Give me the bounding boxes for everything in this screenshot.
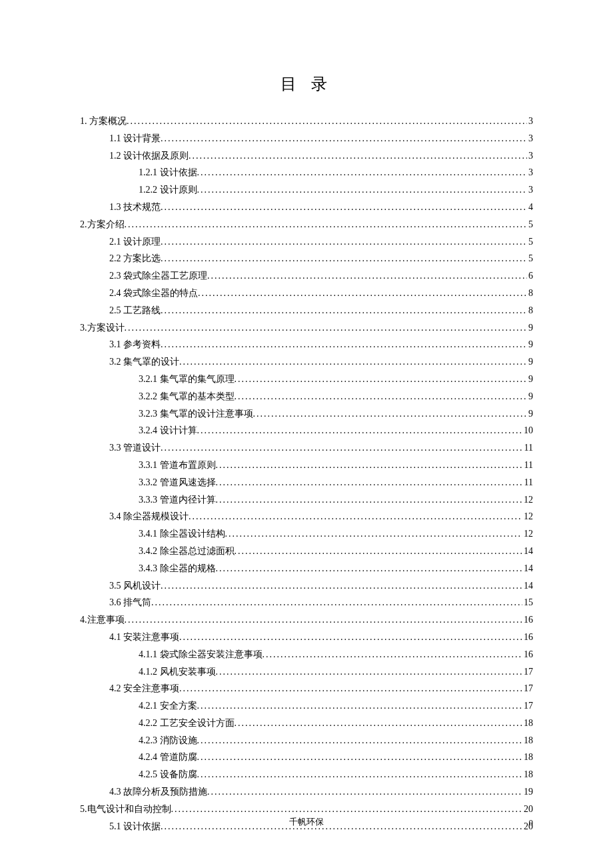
toc-entry-label: 4.3 故障分析及预防措施 bbox=[109, 784, 207, 800]
toc-entry: 4.2.1 安全方案17 bbox=[80, 698, 533, 714]
toc-entry-label: 3.5 风机设计 bbox=[109, 578, 161, 594]
toc-entry-page: 17 bbox=[522, 664, 533, 680]
toc-entry: 3.3 管道设计11 bbox=[80, 440, 533, 456]
toc-leader-dots bbox=[161, 440, 523, 456]
toc-entry-page: 10 bbox=[522, 423, 533, 439]
toc-entry-page: 18 bbox=[522, 733, 533, 749]
toc-entry-label: 3.方案设计 bbox=[80, 320, 125, 336]
toc-entry: 4.2.5 设备防腐18 bbox=[80, 767, 533, 783]
toc-entry-label: 3.3.1 管道布置原则 bbox=[139, 457, 216, 473]
toc-entry: 2.5 工艺路线8 bbox=[80, 303, 533, 319]
toc-entry-label: 5.电气设计和自动控制 bbox=[80, 801, 171, 817]
toc-entry: 3.3.3 管道内径计算12 bbox=[80, 492, 533, 508]
toc-entry-page: 5 bbox=[527, 251, 533, 267]
toc-entry: 1.2 设计依据及原则3 bbox=[80, 148, 533, 164]
toc-leader-dots bbox=[197, 182, 528, 198]
toc-entry-label: 1.2.2 设计原则 bbox=[139, 182, 197, 198]
toc-leader-dots bbox=[127, 113, 527, 129]
toc-entry: 3.4.2 除尘器总过滤面积14 bbox=[80, 543, 533, 559]
toc-entry-page: 8 bbox=[527, 285, 533, 301]
toc-entry-page: 6 bbox=[527, 268, 533, 284]
toc-entry: 3.5 风机设计14 bbox=[80, 578, 533, 594]
toc-entry: 4.1.1 袋式除尘器安装注意事项16 bbox=[80, 647, 533, 663]
toc-leader-dots bbox=[161, 234, 527, 250]
toc-leader-dots bbox=[197, 733, 523, 749]
toc-entry-page: 9 bbox=[527, 371, 533, 387]
toc-leader-dots bbox=[125, 320, 528, 336]
toc-entry: 3.2.3 集气罩的设计注意事项9 bbox=[80, 406, 533, 422]
toc-leader-dots bbox=[207, 268, 527, 284]
toc-entry: 3.4.3 除尘器的规格14 bbox=[80, 561, 533, 577]
toc-entry: 4.3 故障分析及预防措施19 bbox=[80, 784, 533, 800]
toc-entry: 3.2.4 设计计算10 bbox=[80, 423, 533, 439]
toc-leader-dots bbox=[197, 749, 523, 765]
toc-entry-page: 5 bbox=[527, 217, 533, 233]
toc-leader-dots bbox=[125, 217, 528, 233]
toc-entry-page: 18 bbox=[522, 715, 533, 731]
toc-entry-label: 4.2 安全注意事项 bbox=[109, 681, 179, 697]
toc-leader-dots bbox=[161, 131, 527, 147]
toc-entry-page: 16 bbox=[522, 629, 533, 645]
toc-title: 目 录 bbox=[80, 73, 533, 95]
toc-leader-dots bbox=[198, 285, 527, 301]
toc-entry: 3.1 参考资料9 bbox=[80, 337, 533, 353]
toc-entry-label: 2.5 工艺路线 bbox=[109, 303, 161, 319]
toc-entry-page: 12 bbox=[522, 526, 533, 542]
toc-entry-label: 3.3 管道设计 bbox=[109, 440, 161, 456]
toc-entry-page: 9 bbox=[527, 354, 533, 370]
toc-entry: 2.4 袋式除尘器的特点8 bbox=[80, 285, 533, 301]
toc-leader-dots bbox=[216, 475, 523, 491]
toc-entry-page: 3 bbox=[527, 113, 533, 129]
toc-entry-page: 9 bbox=[527, 406, 533, 422]
toc-entry-label: 4.2.4 管道防腐 bbox=[139, 749, 197, 765]
toc-leader-dots bbox=[197, 767, 523, 783]
toc-leader-dots bbox=[235, 543, 523, 559]
toc-entry-page: 19 bbox=[522, 784, 533, 800]
toc-leader-dots bbox=[253, 406, 528, 422]
toc-entry-label: 4.2.5 设备防腐 bbox=[139, 767, 197, 783]
toc-leader-dots bbox=[161, 251, 527, 267]
toc-entry-page: 15 bbox=[522, 595, 533, 611]
toc-entry-label: 1.2 设计依据及原则 bbox=[109, 148, 189, 164]
toc-entry-label: 3.2.2 集气罩的基本类型 bbox=[139, 389, 235, 405]
toc-entry-label: 3.4 除尘器规模设计 bbox=[109, 509, 189, 525]
toc-entry-page: 18 bbox=[522, 749, 533, 765]
footer-center-text: 千帆环保 bbox=[0, 816, 613, 828]
toc-entry-label: 4.2.3 消防设施 bbox=[139, 733, 197, 749]
toc-entry-page: 9 bbox=[527, 320, 533, 336]
toc-entry-page: 3 bbox=[527, 148, 533, 164]
toc-entry-label: 4.2.2 工艺安全设计方面 bbox=[139, 715, 235, 731]
toc-leader-dots bbox=[179, 354, 527, 370]
toc-entry: 3.6 排气筒15 bbox=[80, 595, 533, 611]
toc-leader-dots bbox=[179, 681, 522, 697]
toc-entry: 3.4.1 除尘器设计结构12 bbox=[80, 526, 533, 542]
table-of-contents: 1. 方案概况31.1 设计背景31.2 设计依据及原则31.2.1 设计依据3… bbox=[80, 113, 533, 834]
toc-entry: 5.电气设计和自动控制20 bbox=[80, 801, 533, 817]
toc-entry-page: 11 bbox=[523, 440, 533, 456]
toc-entry: 4.2 安全注意事项17 bbox=[80, 681, 533, 697]
toc-leader-dots bbox=[189, 509, 522, 525]
toc-leader-dots bbox=[189, 148, 527, 164]
toc-entry: 1.1 设计背景3 bbox=[80, 131, 533, 147]
toc-entry-page: 18 bbox=[522, 767, 533, 783]
toc-leader-dots bbox=[216, 561, 523, 577]
toc-entry-label: 4.注意事项 bbox=[80, 612, 125, 628]
toc-entry-label: 3.3.3 管道内径计算 bbox=[139, 492, 216, 508]
toc-entry-label: 4.1.2 风机安装事项 bbox=[139, 664, 216, 680]
toc-entry: 2.3 袋式除尘器工艺原理6 bbox=[80, 268, 533, 284]
toc-entry: 2.2 方案比选5 bbox=[80, 251, 533, 267]
toc-entry-page: 3 bbox=[527, 131, 533, 147]
toc-entry-page: 14 bbox=[522, 561, 533, 577]
toc-entry: 3.3.2 管道风速选择11 bbox=[80, 475, 533, 491]
toc-entry-label: 3.6 排气筒 bbox=[109, 595, 151, 611]
toc-entry-page: 5 bbox=[527, 234, 533, 250]
toc-entry-label: 2.3 袋式除尘器工艺原理 bbox=[109, 268, 207, 284]
toc-entry: 1.2.1 设计依据3 bbox=[80, 165, 533, 181]
toc-entry: 3.2 集气罩的设计9 bbox=[80, 354, 533, 370]
toc-entry-label: 3.2.1 集气罩的集气原理 bbox=[139, 371, 235, 387]
toc-entry-label: 2.1 设计原理 bbox=[109, 234, 161, 250]
toc-entry-label: 2.方案介绍 bbox=[80, 217, 125, 233]
toc-entry-page: 20 bbox=[522, 801, 533, 817]
toc-entry-page: 12 bbox=[522, 492, 533, 508]
toc-entry: 2.1 设计原理5 bbox=[80, 234, 533, 250]
